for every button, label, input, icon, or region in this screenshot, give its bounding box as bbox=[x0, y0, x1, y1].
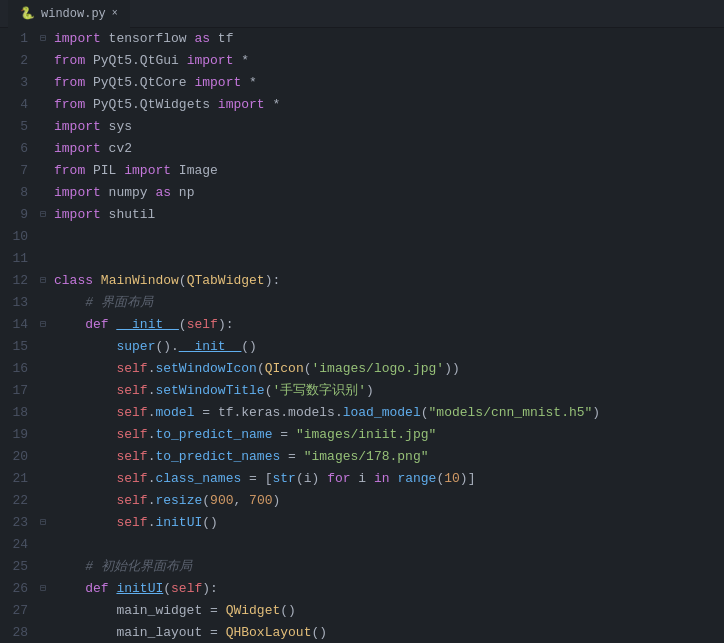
fold-icon-14[interactable]: ⊟ bbox=[40, 314, 54, 336]
fold-icon-23[interactable]: ⊟ bbox=[40, 512, 54, 534]
code-line-3: from PyQt5.QtCore import * bbox=[40, 72, 724, 94]
fold-icon-8 bbox=[40, 182, 54, 204]
code-line-19: self.to_predict_name = "images/iniit.jpg… bbox=[40, 424, 724, 446]
file-icon: 🐍 bbox=[20, 6, 35, 21]
line-num-23: 23 bbox=[8, 512, 28, 534]
code-line-7: from PIL import Image bbox=[40, 160, 724, 182]
code-line-10 bbox=[40, 226, 724, 248]
line-num-25: 25 bbox=[8, 556, 28, 578]
code-line-13: # 界面布局 bbox=[40, 292, 724, 314]
code-line-8: import numpy as np bbox=[40, 182, 724, 204]
fold-icon-27 bbox=[40, 600, 54, 622]
line-num-15: 15 bbox=[8, 336, 28, 358]
fold-icon-22 bbox=[40, 490, 54, 512]
line-num-4: 4 bbox=[8, 94, 28, 116]
code-line-21: self.class_names = [str(i) for i in rang… bbox=[40, 468, 724, 490]
line-num-22: 22 bbox=[8, 490, 28, 512]
line-num-21: 21 bbox=[8, 468, 28, 490]
fold-icon-7 bbox=[40, 160, 54, 182]
code-line-4: from PyQt5.QtWidgets import * bbox=[40, 94, 724, 116]
fold-icon-13 bbox=[40, 292, 54, 314]
code-line-24 bbox=[40, 534, 724, 556]
line-num-18: 18 bbox=[8, 402, 28, 424]
line-num-26: 26 bbox=[8, 578, 28, 600]
editor-container: 1 2 3 4 5 6 7 8 9 10 11 12 13 14 15 16 1… bbox=[0, 28, 724, 643]
code-line-1: ⊟import tensorflow as tf bbox=[40, 28, 724, 50]
line-num-16: 16 bbox=[8, 358, 28, 380]
code-line-2: from PyQt5.QtGui import * bbox=[40, 50, 724, 72]
fold-icon-4 bbox=[40, 94, 54, 116]
fold-icon-2 bbox=[40, 50, 54, 72]
fold-icon-25 bbox=[40, 556, 54, 578]
line-num-3: 3 bbox=[8, 72, 28, 94]
line-num-7: 7 bbox=[8, 160, 28, 182]
fold-icon-17 bbox=[40, 380, 54, 402]
fold-icon-5 bbox=[40, 116, 54, 138]
fold-icon-16 bbox=[40, 358, 54, 380]
line-num-13: 13 bbox=[8, 292, 28, 314]
fold-icon-15 bbox=[40, 336, 54, 358]
line-num-5: 5 bbox=[8, 116, 28, 138]
fold-icon-19 bbox=[40, 424, 54, 446]
tab-filename: window.py bbox=[41, 7, 106, 21]
tab-close-icon[interactable]: × bbox=[112, 8, 118, 19]
fold-icon-26[interactable]: ⊟ bbox=[40, 578, 54, 600]
code-line-26: ⊟ def initUI(self): bbox=[40, 578, 724, 600]
file-tab[interactable]: 🐍 window.py × bbox=[8, 0, 130, 28]
fold-icon-28 bbox=[40, 622, 54, 643]
line-num-8: 8 bbox=[8, 182, 28, 204]
code-line-25: # 初始化界面布局 bbox=[40, 556, 724, 578]
code-line-27: main_widget = QWidget() bbox=[40, 600, 724, 622]
fold-icon-12[interactable]: ⊟ bbox=[40, 270, 54, 292]
fold-icon-1[interactable]: ⊟ bbox=[40, 28, 54, 50]
line-num-17: 17 bbox=[8, 380, 28, 402]
fold-icon-10 bbox=[40, 226, 54, 248]
code-line-17: self.setWindowTitle('手写数字识别') bbox=[40, 380, 724, 402]
line-num-1: 1 bbox=[8, 28, 28, 50]
fold-icon-6 bbox=[40, 138, 54, 160]
line-num-2: 2 bbox=[8, 50, 28, 72]
code-line-23: ⊟ self.initUI() bbox=[40, 512, 724, 534]
code-line-9: ⊟import shutil bbox=[40, 204, 724, 226]
title-bar: 🐍 window.py × bbox=[0, 0, 724, 28]
line-num-28: 28 bbox=[8, 622, 28, 643]
line-num-20: 20 bbox=[8, 446, 28, 468]
fold-icon-21 bbox=[40, 468, 54, 490]
line-num-10: 10 bbox=[8, 226, 28, 248]
code-line-28: main_layout = QHBoxLayout() bbox=[40, 622, 724, 643]
fold-icon-3 bbox=[40, 72, 54, 94]
fold-icon-20 bbox=[40, 446, 54, 468]
line-numbers-gutter: 1 2 3 4 5 6 7 8 9 10 11 12 13 14 15 16 1… bbox=[0, 28, 36, 643]
line-num-6: 6 bbox=[8, 138, 28, 160]
fold-icon-9[interactable]: ⊟ bbox=[40, 204, 54, 226]
code-line-16: self.setWindowIcon(QIcon('images/logo.jp… bbox=[40, 358, 724, 380]
line-num-12: 12 bbox=[8, 270, 28, 292]
line-num-9: 9 bbox=[8, 204, 28, 226]
fold-icon-11 bbox=[40, 248, 54, 270]
line-num-27: 27 bbox=[8, 600, 28, 622]
code-line-20: self.to_predict_names = "images/178.png" bbox=[40, 446, 724, 468]
line-num-19: 19 bbox=[8, 424, 28, 446]
code-line-5: import sys bbox=[40, 116, 724, 138]
line-num-11: 11 bbox=[8, 248, 28, 270]
code-line-18: self.model = tf.keras.models.load_model(… bbox=[40, 402, 724, 424]
code-line-11 bbox=[40, 248, 724, 270]
code-editor[interactable]: ⊟import tensorflow as tf from PyQt5.QtGu… bbox=[36, 28, 724, 643]
fold-icon-24 bbox=[40, 534, 54, 556]
line-num-14: 14 bbox=[8, 314, 28, 336]
fold-icon-18 bbox=[40, 402, 54, 424]
code-line-12: ⊟class MainWindow(QTabWidget): bbox=[40, 270, 724, 292]
code-line-15: super().__init__() bbox=[40, 336, 724, 358]
code-line-14: ⊟ def __init__(self): bbox=[40, 314, 724, 336]
code-line-22: self.resize(900, 700) bbox=[40, 490, 724, 512]
line-num-24: 24 bbox=[8, 534, 28, 556]
code-line-6: import cv2 bbox=[40, 138, 724, 160]
